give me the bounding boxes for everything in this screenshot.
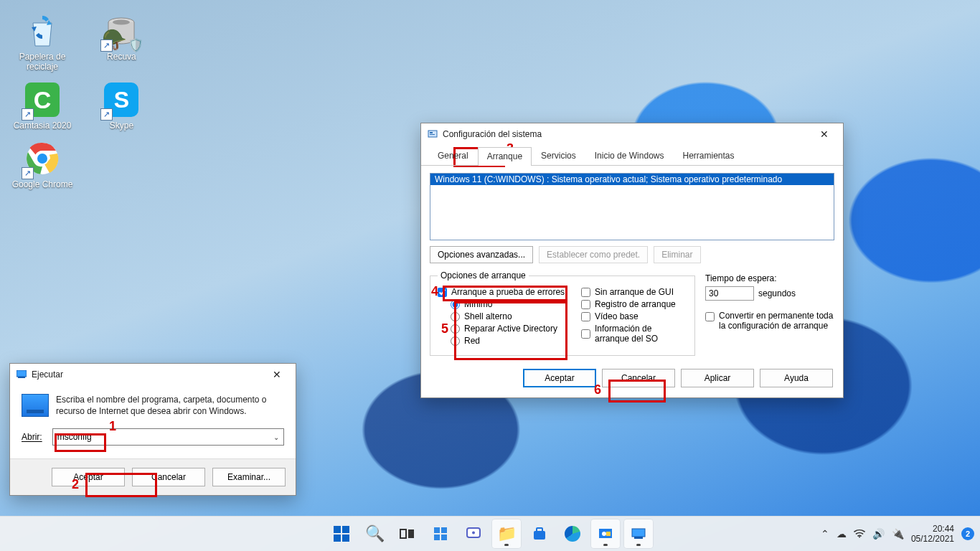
shortcut-badge-icon: ↗ xyxy=(100,39,113,52)
chrome-icon: ↗ xyxy=(23,139,62,178)
desktop-icon-camtasia[interactable]: C ↗ Camtasia 2020 xyxy=(10,80,75,131)
msconfig-window: Configuración del sistema ✕ General Arra… xyxy=(420,123,844,398)
basevideo-input[interactable] xyxy=(581,312,590,321)
taskbar-clock[interactable]: 20:44 05/12/2021 xyxy=(911,524,954,544)
bootlog-label: Registro de arranque xyxy=(595,299,676,309)
run-cancel-button[interactable]: Cancelar xyxy=(132,468,205,486)
safeboot-label: Arranque a prueba de errores xyxy=(451,287,565,297)
radio-altshell[interactable]: Shell alterno xyxy=(451,311,581,321)
power-icon[interactable]: 🔌 xyxy=(892,528,904,540)
tab-boot[interactable]: Arranque xyxy=(478,147,532,166)
run-sysicon xyxy=(16,369,27,380)
desktop-icon-skype[interactable]: S ↗ Skype xyxy=(89,80,154,131)
nogui-checkbox[interactable]: Sin arranque de GUI xyxy=(581,287,687,297)
uac-shield-icon: 🛡️ xyxy=(128,37,143,53)
svg-rect-23 xyxy=(632,529,645,537)
svg-point-21 xyxy=(602,532,606,536)
tab-tools[interactable]: Herramientas xyxy=(673,146,743,165)
radio-dsrepair[interactable]: Reparar Active Directory xyxy=(451,324,581,334)
open-input[interactable]: msconfig ⌄ xyxy=(52,428,284,446)
bootlog-checkbox[interactable]: Registro de arranque xyxy=(581,299,687,309)
icon-label: Skype xyxy=(110,121,133,131)
svg-point-25 xyxy=(859,536,860,537)
tab-general[interactable]: General xyxy=(428,146,478,165)
open-label: Abrir: xyxy=(22,432,42,442)
boot-options-group: Opciones de arranque Arranque a prueba d… xyxy=(430,270,695,356)
osinfo-input[interactable] xyxy=(581,329,590,339)
icon-label: Camtasia 2020 xyxy=(14,121,72,131)
perm-input[interactable] xyxy=(705,312,715,321)
svg-rect-6 xyxy=(18,377,25,378)
perm-checkbox[interactable]: Convertir en permanente toda la configur… xyxy=(705,311,834,331)
run-icon xyxy=(22,394,49,417)
run-ok-button[interactable]: Aceptar xyxy=(52,468,125,486)
os-list[interactable]: Windows 11 (C:\WINDOWS) : Sistema operat… xyxy=(430,173,834,240)
tab-startup[interactable]: Inicio de Windows xyxy=(585,146,674,165)
msconfig-title: Configuración del sistema xyxy=(443,129,542,139)
desktop-icon-chrome[interactable]: ↗ Google Chrome xyxy=(10,139,75,189)
run-browse-button[interactable]: Examinar... xyxy=(212,468,286,486)
edge-icon[interactable] xyxy=(558,519,587,548)
taskbar-center: 🔍 📁 xyxy=(327,519,653,548)
wifi-icon[interactable] xyxy=(854,528,865,540)
radio-minimal[interactable]: Mínimo xyxy=(451,299,581,309)
explorer-icon[interactable]: 📁 xyxy=(492,519,521,548)
advanced-button[interactable]: Opciones avanzadas... xyxy=(430,246,533,263)
task-view-icon[interactable] xyxy=(393,519,422,548)
svg-rect-11 xyxy=(408,529,414,538)
msconfig-cancel-button[interactable]: Cancelar xyxy=(602,369,675,387)
icon-label: Google Chrome xyxy=(12,179,73,189)
radio-network-input[interactable] xyxy=(451,336,460,346)
desktop-icon-recuva[interactable]: 🪖 ↗ 🛡️ Recuva xyxy=(89,11,154,62)
msconfig-apply-button[interactable]: Aplicar xyxy=(681,369,754,387)
widgets-icon[interactable] xyxy=(426,519,455,548)
radio-dsrepair-label: Reparar Active Directory xyxy=(464,324,557,334)
svg-point-1 xyxy=(113,20,130,25)
radio-altshell-label: Shell alterno xyxy=(464,311,512,321)
svg-point-17 xyxy=(472,532,475,534)
shortcut-badge-icon: ↗ xyxy=(22,108,34,121)
run-dialog: Ejecutar ✕ Escriba el nombre del program… xyxy=(9,363,296,496)
close-icon[interactable]: ✕ xyxy=(810,123,839,145)
radio-altshell-input[interactable] xyxy=(451,312,460,321)
taskbar-app-run[interactable] xyxy=(624,519,653,548)
timeout-input[interactable] xyxy=(705,286,754,301)
basevideo-checkbox[interactable]: Vídeo base xyxy=(581,311,687,321)
radio-network-label: Red xyxy=(464,336,480,346)
svg-rect-14 xyxy=(434,534,440,540)
radio-network[interactable]: Red xyxy=(451,336,581,346)
setdefault-button: Establecer como predet. xyxy=(539,246,648,263)
desktop-icon-recycle-bin[interactable]: Papelera de reciclaje xyxy=(10,11,75,72)
timeout-unit: segundos xyxy=(758,288,796,298)
os-entry[interactable]: Windows 11 (C:\WINDOWS) : Sistema operat… xyxy=(430,174,834,185)
radio-minimal-label: Mínimo xyxy=(464,299,492,309)
svg-rect-15 xyxy=(441,534,447,540)
onedrive-icon[interactable]: ☁ xyxy=(837,528,847,540)
store-icon[interactable] xyxy=(525,519,554,548)
osinfo-label: Información de arranque del SO xyxy=(595,324,687,344)
volume-icon[interactable]: 🔊 xyxy=(872,528,885,540)
notification-badge[interactable]: 2 xyxy=(961,527,974,540)
radio-minimal-input[interactable] xyxy=(451,300,460,309)
close-icon[interactable]: ✕ xyxy=(263,364,291,385)
msconfig-help-button[interactable]: Ayuda xyxy=(760,369,833,387)
chevron-down-icon[interactable]: ⌄ xyxy=(273,433,279,441)
tab-services[interactable]: Servicios xyxy=(532,146,585,165)
nogui-input[interactable] xyxy=(581,288,590,297)
open-value: msconfig xyxy=(57,432,92,442)
clock-time: 20:44 xyxy=(911,524,954,534)
osinfo-checkbox[interactable]: Información de arranque del SO xyxy=(581,324,687,344)
safeboot-checkbox[interactable]: Arranque a prueba de errores xyxy=(438,287,581,297)
bootlog-input[interactable] xyxy=(581,300,590,309)
taskbar-search-icon[interactable]: 🔍 xyxy=(360,519,389,548)
taskbar-app-snipping[interactable] xyxy=(591,519,620,548)
start-button[interactable] xyxy=(327,519,356,548)
msconfig-ok-button[interactable]: Aceptar xyxy=(523,369,596,387)
chat-icon[interactable] xyxy=(459,519,488,548)
camtasia-icon: C ↗ xyxy=(23,80,62,119)
tray-chevron-icon[interactable]: ⌃ xyxy=(821,528,829,540)
run-titlebar[interactable]: Ejecutar ✕ xyxy=(10,364,296,385)
msconfig-titlebar[interactable]: Configuración del sistema ✕ xyxy=(421,123,843,145)
safeboot-input[interactable] xyxy=(438,288,447,297)
radio-dsrepair-input[interactable] xyxy=(451,324,460,334)
